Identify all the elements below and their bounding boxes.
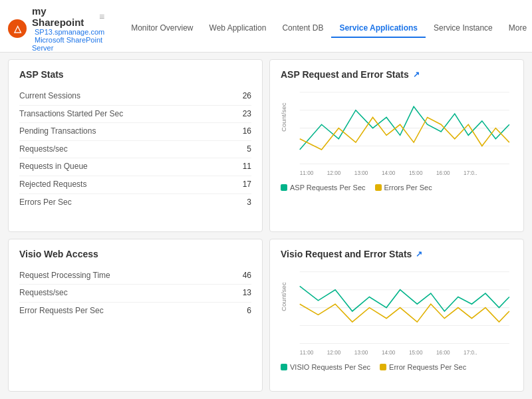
header: △ my Sharepoint ≡ SP13.spmanage.com Micr…	[0, 0, 532, 53]
asp-stat-value: 3	[247, 198, 251, 207]
asp-stat-value: 17	[243, 180, 251, 189]
tab-content-db[interactable]: Content DB	[274, 19, 331, 38]
svg-text:17:0..: 17:0..	[464, 348, 477, 355]
app-title: my Sharepoint	[32, 5, 95, 28]
svg-text:17:0..: 17:0..	[464, 169, 477, 176]
tab-service-instance[interactable]: Service Instance	[426, 19, 501, 38]
svg-text:15:00: 15:00	[409, 348, 423, 355]
visio-legend-requests-label: VISIO Requests Per Sec	[290, 363, 370, 371]
visio-chart-legend: VISIO Requests Per Sec Error Requests Pe…	[281, 363, 513, 371]
asp-legend-requests-dot	[281, 184, 287, 191]
app-shell: △ my Sharepoint ≡ SP13.spmanage.com Micr…	[0, 0, 532, 398]
asp-stat-label: Errors Per Sec	[19, 198, 72, 208]
asp-stat-value: 5	[247, 144, 251, 154]
asp-stat-row: Requests in Queue11	[19, 158, 251, 176]
svg-text:11:00: 11:00	[300, 348, 314, 355]
asp-chart-title: ASP Request and Error Stats ↗	[281, 69, 513, 80]
visio-chart-area: Count/sec 11:00 12:00 13:00 14:00 15:00 …	[281, 265, 513, 358]
asp-stat-label: Transactions Started Per Sec	[19, 109, 123, 120]
visio-chart-card: Visio Request and Error Stats ↗ Count/se…	[269, 239, 524, 392]
hamburger-icon[interactable]: ≡	[99, 11, 104, 22]
tab-more[interactable]: More	[501, 19, 532, 38]
visio-stat-value: 13	[243, 288, 251, 297]
main-content: ASP Stats Current Sessions26Transactions…	[0, 53, 532, 398]
asp-stats-rows: Current Sessions26Transactions Started P…	[19, 88, 251, 211]
asp-stat-row: Transactions Started Per Sec23	[19, 106, 251, 124]
asp-stat-label: Requests/sec	[19, 144, 68, 155]
visio-legend-requests-dot	[281, 364, 287, 370]
visio-stat-value: 46	[243, 271, 251, 280]
asp-legend-errors: Errors Per Sec	[375, 184, 432, 192]
visio-stats-card: Visio Web Access Request Processing Time…	[8, 239, 263, 392]
asp-stat-label: Rejected Requests	[19, 180, 86, 190]
svg-text:13:00: 13:00	[354, 348, 368, 355]
asp-chart-legend: ASP Requests Per Sec Errors Per Sec	[281, 184, 513, 192]
tab-monitor-overview[interactable]: Monitor Overview	[123, 19, 201, 38]
asp-stat-label: Requests in Queue	[19, 162, 88, 172]
asp-chart-external-link-icon[interactable]: ↗	[413, 70, 420, 79]
visio-stat-row: Request Processing Time46	[19, 267, 251, 285]
visio-stat-label: Request Processing Time	[19, 271, 110, 281]
svg-text:12:00: 12:00	[327, 169, 341, 176]
svg-text:14:00: 14:00	[382, 169, 396, 176]
asp-stat-label: Pending Transactions	[19, 126, 96, 137]
asp-chart-area: Count/sec 11:00 12:00 13:00 14:00	[281, 85, 513, 178]
app-subtitle: SP13.spmanage.com Microsoft SharePoint S…	[32, 28, 104, 52]
visio-stats-title: Visio Web Access	[19, 249, 251, 259]
header-left: △ my Sharepoint ≡ SP13.spmanage.com Micr…	[8, 5, 532, 52]
asp-stats-card: ASP Stats Current Sessions26Transactions…	[8, 59, 263, 232]
asp-stats-title: ASP Stats	[19, 69, 251, 80]
asp-stat-value: 16	[243, 126, 251, 136]
asp-stat-label: Current Sessions	[19, 91, 80, 102]
tab-web-application[interactable]: Web Application	[201, 19, 275, 38]
visio-chart-external-link-icon[interactable]: ↗	[416, 249, 422, 259]
visio-legend-requests: VISIO Requests Per Sec	[281, 363, 370, 371]
asp-legend-errors-label: Errors Per Sec	[384, 184, 432, 192]
asp-stat-value: 26	[243, 91, 251, 100]
asp-stat-row: Current Sessions26	[19, 88, 251, 106]
nav-tabs: Monitor Overview Web Application Content…	[123, 19, 532, 38]
asp-stat-row: Rejected Requests17	[19, 176, 251, 194]
svg-text:11:00: 11:00	[300, 169, 314, 176]
visio-stat-value: 6	[247, 306, 251, 315]
svg-text:12:00: 12:00	[327, 348, 341, 355]
visio-chart-title: Visio Request and Error Stats ↗	[281, 249, 513, 259]
asp-legend-requests-label: ASP Requests Per Sec	[290, 184, 366, 192]
logo-icon: △	[8, 19, 27, 38]
asp-stat-row: Requests/sec5	[19, 141, 251, 159]
asp-legend-errors-dot	[375, 184, 382, 191]
app-identity: my Sharepoint ≡ SP13.spmanage.com Micros…	[32, 5, 104, 52]
svg-text:16:00: 16:00	[436, 348, 450, 355]
asp-chart-svg: Count/sec 11:00 12:00 13:00 14:00	[281, 85, 513, 178]
visio-stat-label: Error Requests Per Sec	[19, 306, 104, 317]
visio-stats-rows: Request Processing Time46Requests/sec13E…	[19, 267, 251, 320]
svg-text:13:00: 13:00	[354, 169, 368, 176]
visio-stat-label: Requests/sec	[19, 288, 68, 299]
visio-legend-errors-dot	[380, 364, 386, 370]
svg-text:14:00: 14:00	[382, 348, 396, 355]
asp-legend-requests: ASP Requests Per Sec	[281, 184, 366, 192]
svg-text:Count/sec: Count/sec	[281, 282, 287, 311]
asp-stat-row: Pending Transactions16	[19, 123, 251, 141]
asp-chart-card: ASP Request and Error Stats ↗ Count/sec	[269, 59, 524, 232]
svg-text:15:00: 15:00	[409, 169, 423, 176]
asp-stat-value: 23	[243, 109, 251, 118]
visio-legend-errors: Error Requests Per Sec	[380, 363, 466, 371]
svg-text:Count/sec: Count/sec	[281, 102, 287, 132]
visio-chart-svg: Count/sec 11:00 12:00 13:00 14:00 15:00 …	[281, 265, 513, 358]
asp-stat-row: Errors Per Sec3	[19, 194, 251, 211]
asp-stat-value: 11	[243, 162, 251, 171]
tab-service-applications[interactable]: Service Applications	[331, 19, 426, 38]
visio-stat-row: Requests/sec13	[19, 285, 251, 303]
visio-legend-errors-label: Error Requests Per Sec	[389, 363, 466, 371]
svg-text:16:00: 16:00	[436, 169, 450, 176]
visio-stat-row: Error Requests Per Sec6	[19, 303, 251, 320]
